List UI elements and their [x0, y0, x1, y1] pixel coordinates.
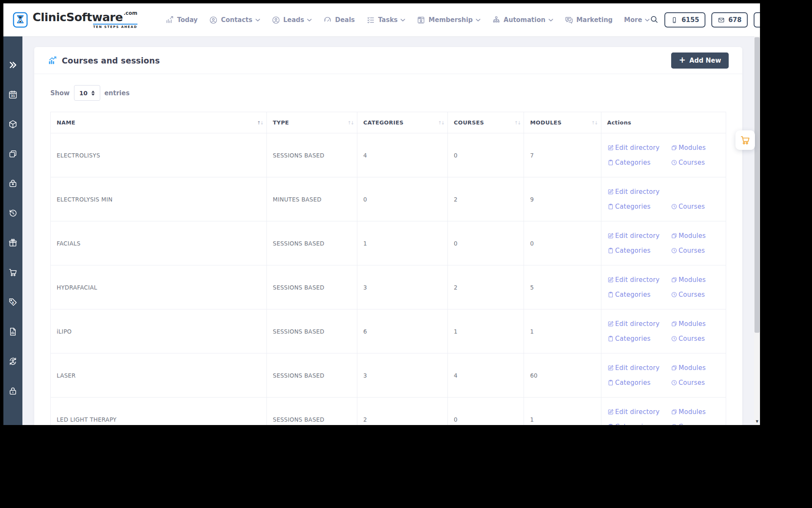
clock-icon: [671, 335, 678, 342]
person-sync-icon: [8, 356, 18, 366]
courses-link[interactable]: Courses: [671, 335, 726, 342]
sidebar-item-clients[interactable]: [8, 356, 18, 366]
edit-directory-link[interactable]: Edit directory: [607, 408, 671, 416]
courses-link[interactable]: Courses: [671, 203, 726, 210]
modules-link[interactable]: Modules: [671, 364, 726, 372]
nav-item-leads[interactable]: Leads: [272, 16, 312, 25]
nav-item-label: More: [624, 16, 642, 24]
clipboard-icon: [607, 291, 614, 298]
tasks-counter-badge[interactable]: 41: [754, 12, 760, 28]
calls-count: 6155: [681, 16, 699, 24]
cell-categories: 3: [357, 265, 448, 309]
nav-item-label: Tasks: [378, 16, 398, 24]
column-header-modules[interactable]: MODULES↑↓: [524, 112, 601, 133]
nav-item-tasks[interactable]: Tasks: [366, 16, 405, 25]
chevron-down-icon: [645, 19, 650, 22]
sort-icon[interactable]: ↑↓: [348, 120, 354, 125]
hourglass-logo-icon: [12, 11, 29, 28]
nav-item-more[interactable]: More: [624, 16, 650, 24]
app-window: ClinicSoftware .com TEN STEPS AHEAD Toda…: [3, 3, 760, 425]
sidebar-item-products[interactable]: [8, 119, 18, 129]
scrollbar-down-arrow[interactable]: ▼: [754, 418, 760, 425]
categories-link[interactable]: Categories: [607, 423, 671, 425]
clinicsoftware-logo[interactable]: ClinicSoftware .com TEN STEPS AHEAD: [12, 11, 137, 29]
table-row: LASER SESSIONS BASED 3 4 60 Edit directo…: [51, 353, 726, 398]
courses-link[interactable]: Courses: [671, 423, 726, 425]
courses-link[interactable]: Courses: [671, 379, 726, 387]
cell-courses: 4: [448, 353, 524, 398]
nav-item-automation[interactable]: Automation: [492, 16, 553, 25]
categories-link[interactable]: Categories: [607, 379, 671, 387]
gift-icon: [8, 238, 18, 248]
membership-icon: [417, 16, 425, 25]
cart-shortcut-button[interactable]: [735, 130, 755, 150]
nav-item-deals[interactable]: Deals: [323, 16, 355, 25]
nav-item-marketing[interactable]: Marketing: [565, 16, 613, 25]
mail-icon: [718, 17, 725, 24]
nav-item-today[interactable]: Today: [165, 16, 198, 25]
today-icon: [165, 16, 174, 25]
courses-link[interactable]: Courses: [671, 291, 726, 298]
column-header-categories[interactable]: CATEGORIES↑↓: [357, 112, 448, 133]
sidebar-item-security[interactable]: [8, 386, 18, 395]
edit-directory-link[interactable]: Edit directory: [607, 276, 671, 284]
copy-icon: [671, 320, 678, 327]
nav-item-membership[interactable]: Membership: [417, 16, 480, 25]
modules-link[interactable]: Modules: [671, 408, 726, 416]
search-icon: [650, 15, 658, 24]
edit-directory-link[interactable]: Edit directory: [607, 232, 671, 240]
sort-icon[interactable]: ↑↓: [514, 120, 520, 125]
categories-link[interactable]: Categories: [607, 291, 671, 298]
sidebar-item-history[interactable]: [8, 208, 18, 218]
courses-link[interactable]: Courses: [671, 247, 726, 254]
brand-tld: .com: [123, 11, 137, 16]
categories-link[interactable]: Categories: [607, 335, 671, 342]
edit-directory-link[interactable]: Edit directory: [607, 320, 671, 328]
edit-directory-link[interactable]: Edit directory: [607, 188, 671, 196]
sidebar-item-reports[interactable]: [8, 327, 18, 336]
cell-modules: 9: [524, 177, 601, 221]
sidebar-item-shop[interactable]: [8, 268, 18, 277]
categories-link[interactable]: Categories: [607, 203, 671, 210]
sort-icon[interactable]: ↑↓: [438, 120, 444, 125]
table-row: ELECTROLYSIS MIN MINUTES BASED 0 2 9 Edi…: [51, 177, 726, 221]
add-new-button[interactable]: + Add New: [671, 52, 729, 69]
modules-link[interactable]: Modules: [671, 232, 726, 240]
courses-link[interactable]: Courses: [671, 159, 726, 166]
sidebar-item-orders[interactable]: [8, 179, 18, 188]
clock-icon: [671, 379, 678, 386]
cell-name: FACIALS: [51, 221, 267, 265]
modules-link[interactable]: Modules: [671, 144, 726, 152]
cell-name: HYDRAFACIAL: [51, 265, 267, 309]
column-header-name[interactable]: NAME↑↓: [51, 112, 267, 133]
sidebar-item-gifts[interactable]: [8, 238, 18, 247]
plus-icon: +: [679, 56, 686, 64]
stepper-icon: [91, 91, 95, 96]
page-size-select[interactable]: 10: [74, 85, 100, 101]
search-button[interactable]: [650, 15, 658, 25]
edit-directory-link[interactable]: Edit directory: [607, 364, 671, 372]
emails-counter-badge[interactable]: 678: [711, 12, 748, 28]
nav-item-contacts[interactable]: Contacts: [209, 16, 260, 25]
sidebar-item-duplicates[interactable]: [8, 149, 18, 158]
calls-counter-badge[interactable]: 6155: [664, 12, 705, 28]
categories-link[interactable]: Categories: [607, 159, 671, 166]
sort-icon[interactable]: ↑↓: [591, 120, 597, 125]
sidebar-item-pricing[interactable]: [8, 297, 18, 306]
cart-icon: [740, 135, 751, 146]
edit-directory-link[interactable]: Edit directory: [607, 144, 671, 152]
phone-icon: [671, 17, 678, 24]
sidebar-item-expand[interactable]: [8, 60, 18, 69]
table-row: HYDRAFACIAL SESSIONS BASED 3 2 5 Edit di…: [51, 265, 726, 309]
categories-link[interactable]: Categories: [607, 247, 671, 254]
modules-link[interactable]: Modules: [671, 276, 726, 284]
sidebar-item-calendar[interactable]: [8, 90, 18, 99]
column-header-courses[interactable]: COURSES↑↓: [448, 112, 524, 133]
modules-link[interactable]: Modules: [671, 320, 726, 328]
sort-icon[interactable]: ↑↓: [257, 120, 263, 125]
cell-categories: 2: [357, 398, 448, 425]
clock-icon: [671, 291, 678, 298]
scrollbar-thumb[interactable]: [754, 37, 760, 333]
nav-item-label: Automation: [504, 16, 546, 24]
column-header-type[interactable]: TYPE↑↓: [267, 112, 357, 133]
